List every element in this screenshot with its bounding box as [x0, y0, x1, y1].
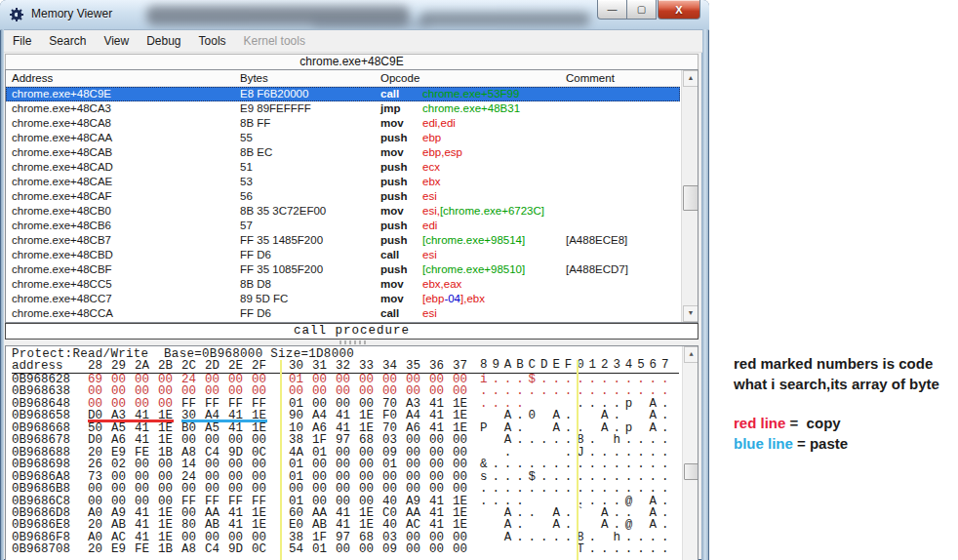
hex-byte-cell[interactable]: 09 [382, 542, 397, 556]
splitter-handle[interactable] [339, 340, 369, 344]
disasm-bytes: 55 [240, 132, 253, 143]
hex-byte-cell[interactable]: 00 [406, 542, 420, 556]
annotation-notes: red marked numbers is codewhat i search,… [734, 353, 939, 454]
disasm-row[interactable]: chrome.exe+48CAF56pushesi [6, 189, 680, 204]
disasm-opcode: push [380, 263, 407, 275]
titlebar[interactable]: Memory Viewer — ▢ X [0, 0, 709, 30]
disasm-row[interactable]: chrome.exe+48CB7FF 35 1485F200push[chrom… [6, 233, 680, 248]
disasm-row[interactable]: chrome.exe+48CA3E9 89FEFFFFjmpchrome.exe… [6, 101, 680, 116]
disasm-opcode: push [380, 190, 407, 202]
hex-byte-cell[interactable]: 0C [252, 542, 266, 556]
hex-ascii-char: . [661, 542, 669, 556]
address-bar: chrome.exe+48C9E [5, 54, 699, 70]
hex-ascii-char: . [650, 542, 658, 556]
hex-byte-cell[interactable]: 1B [158, 542, 173, 556]
disasm-row[interactable]: chrome.exe+48CCAFF D6callesi [6, 306, 680, 321]
hex-header-byte-column: 29 [111, 359, 126, 373]
menu-item-kernel-tools: Kernel tools [235, 32, 314, 50]
hex-byte-cell[interactable]: E9 [111, 542, 126, 556]
hex-byte-cell[interactable]: 00 [336, 542, 350, 556]
disasm-row[interactable]: chrome.exe+48CBDFF D6callesi [6, 248, 680, 262]
disasm-row[interactable]: chrome.exe+48CAD51pushecx [6, 160, 680, 175]
disasm-address: chrome.exe+48CC7 [12, 293, 112, 304]
hex-byte-cell[interactable]: 01 [312, 542, 327, 556]
disassembler-panel: AddressBytesOpcodeComment chrome.exe+48C… [5, 69, 699, 323]
disasm-address: chrome.exe+48CAB [12, 146, 112, 158]
menu-item-search[interactable]: Search [40, 32, 95, 50]
annotation-legend-line: blue line = paste [734, 433, 939, 454]
column-header-bytes: Bytes [240, 72, 268, 84]
hex-byte-cell[interactable]: 00 [429, 542, 444, 556]
disasm-opcode: mov [380, 278, 404, 290]
disasm-operand: ebx [422, 176, 441, 187]
hex-header-byte-column: 2A [135, 359, 149, 373]
disasm-operand: esi [422, 307, 437, 319]
hex-header-byte-column: 2B [158, 359, 173, 373]
disasm-operand: ebp,esp [422, 146, 462, 158]
menu-bar: FileSearchViewDebugToolsKernel tools [4, 30, 702, 53]
hex-ascii-char [552, 542, 560, 556]
disasm-address: chrome.exe+48C9E [12, 88, 111, 100]
hex-byte-cell[interactable]: FE [135, 542, 149, 556]
disasm-row[interactable]: chrome.exe+48CC789 5D FCmov[ebp-04],ebx [6, 292, 680, 306]
procedure-label: call procedure [5, 323, 699, 340]
hex-byte-cell[interactable]: C4 [205, 542, 220, 556]
hex-byte-cell[interactable]: A8 [181, 542, 196, 556]
hex-ascii-char: . [625, 542, 633, 556]
disasm-row[interactable]: chrome.exe+48CAE53pushebx [6, 175, 680, 189]
menu-item-tools[interactable]: Tools [190, 32, 235, 50]
hex-scrollbar[interactable]: ▲ [682, 346, 698, 560]
disasm-operand: chrome.exe+48B31 [422, 102, 520, 114]
hex-byte-cell[interactable]: 00 [359, 542, 374, 556]
disasm-operand: ebx,eax [422, 278, 461, 290]
hex-byte-cell[interactable]: 20 [88, 542, 102, 556]
disasm-operand: chrome.exe+53F99 [422, 88, 519, 100]
menu-item-view[interactable]: View [95, 32, 138, 50]
cheat-engine-icon [9, 7, 24, 22]
hex-ascii-char: . [589, 542, 597, 556]
disasm-operand: edi [422, 220, 437, 231]
disasm-opcode: push [380, 220, 407, 231]
disasm-scroll-thumb[interactable] [683, 185, 699, 211]
disassembler-column-header: AddressBytesOpcodeComment [6, 70, 680, 87]
hex-header-byte-column: 33 [359, 359, 374, 373]
disasm-opcode: mov [380, 117, 404, 129]
disasm-row[interactable]: chrome.exe+48CBFFF 35 1085F200push[chrom… [6, 262, 680, 277]
close-button[interactable]: X [658, 0, 700, 20]
disasm-row[interactable]: chrome.exe+48CB657pushedi [6, 219, 680, 233]
annotation-note-line: what i search,its array of byte [734, 374, 939, 394]
desktop-background: Memory Viewer — ▢ X FileSearchViewDebugT… [0, 0, 958, 560]
disasm-row[interactable]: chrome.exe+48CA88B FFmovedi,edi [6, 116, 680, 131]
scroll-down-icon[interactable]: ▼ [683, 305, 699, 322]
disasm-address: chrome.exe+48CB0 [12, 205, 111, 217]
minimize-button[interactable]: — [597, 0, 626, 20]
hex-byte-cell[interactable]: 9D [228, 542, 243, 556]
column-header-address: Address [12, 72, 53, 84]
hex-header-address-label: address [12, 359, 63, 373]
hex-ascii-char [492, 542, 499, 556]
glass-blur-smudge [419, 12, 590, 26]
disasm-bytes: 53 [240, 176, 253, 187]
hex-byte-cell[interactable]: 00 [453, 542, 467, 556]
disasm-operand: esi,[chrome.exe+6723C] [422, 205, 544, 217]
disasm-address: chrome.exe+48CC5 [12, 278, 112, 290]
disasm-row[interactable]: chrome.exe+48CC58B D8movebx,eax [6, 277, 680, 292]
maximize-button[interactable]: ▢ [626, 0, 657, 20]
disasm-bytes: 57 [240, 220, 253, 231]
disasm-bytes: 8B 35 3C72EF00 [240, 205, 326, 217]
hex-scroll-thumb[interactable] [684, 463, 699, 480]
menu-item-debug[interactable]: Debug [138, 32, 189, 50]
disasm-operand: esi [422, 190, 437, 202]
disasm-row[interactable]: chrome.exe+48C9EE8 F6B20000callchrome.ex… [6, 87, 680, 101]
hex-byte-cell[interactable]: 54 [289, 542, 303, 556]
disasm-row[interactable]: chrome.exe+48CAA55pushebp [6, 131, 680, 145]
menu-item-file[interactable]: File [4, 32, 40, 50]
disasm-bytes: E8 F6B20000 [240, 88, 308, 100]
scroll-up-icon[interactable]: ▲ [684, 346, 699, 363]
disasm-scrollbar[interactable]: ▲ ▼ [681, 70, 698, 322]
scroll-up-icon[interactable]: ▲ [683, 70, 699, 87]
hex-header-byte-column: 32 [336, 359, 350, 373]
disasm-row[interactable]: chrome.exe+48CB08B 35 3C72EF00movesi,[ch… [6, 204, 680, 219]
hex-view-panel: Protect:Read/Write Base=0B968000 Size=1D… [5, 345, 699, 560]
disasm-row[interactable]: chrome.exe+48CAB8B ECmovebp,esp [6, 145, 680, 160]
